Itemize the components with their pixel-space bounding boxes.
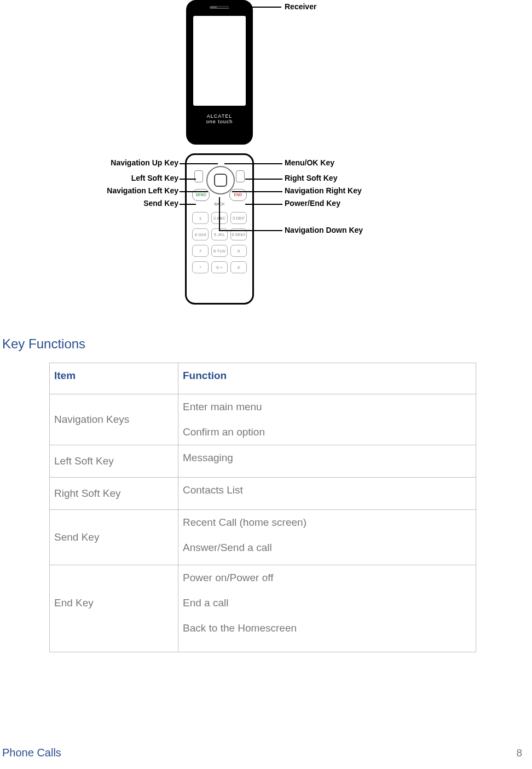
keypad-key: # — [230, 261, 247, 273]
callout-line — [245, 204, 282, 205]
callout-line — [219, 197, 220, 230]
table-header-function: Function — [178, 363, 476, 394]
table-row: Navigation Keys Enter main menu Confirm … — [50, 394, 476, 445]
callout-line — [180, 204, 196, 205]
callout-line — [180, 179, 196, 180]
function-line: End a call — [183, 596, 471, 610]
table-header-item: Item — [50, 363, 178, 394]
callout-line — [232, 191, 282, 192]
table-cell-function: Messaging — [178, 445, 476, 478]
callout-receiver: Receiver — [285, 2, 316, 11]
phone-brand: ALCATEL one touch — [188, 113, 251, 124]
document-page: ALCATEL one touch SEND END BACK 1 2 ABC … — [0, 0, 532, 769]
function-line: Enter main menu — [183, 400, 471, 414]
function-line: Messaging — [183, 451, 471, 472]
table-cell-function: Power on/Power off End a call Back to th… — [178, 565, 476, 652]
callout-nav-right: Navigation Right Key — [285, 186, 362, 195]
callout-line — [217, 7, 281, 8]
brand-line-2: one touch — [188, 119, 251, 124]
table-row: End Key Power on/Power off End a call Ba… — [50, 565, 476, 652]
footer-page-number: 8 — [516, 747, 522, 759]
keypad-key: 8 TUV — [211, 245, 228, 257]
table-cell-function: Contacts List — [178, 478, 476, 510]
table-header-row: Item Function — [50, 363, 476, 394]
callout-line — [180, 191, 208, 192]
keypad-key: 4 GHI — [192, 228, 209, 240]
function-line: Answer/Send a call — [183, 541, 471, 559]
table-cell-item: Left Soft Key — [50, 445, 178, 478]
keypad-key: 9 WXYZ — [230, 245, 247, 257]
callout-nav-up: Navigation Up Key — [96, 158, 178, 167]
callout-menu-ok: Menu/OK Key — [285, 158, 334, 167]
keypad-key: 1 — [192, 212, 209, 224]
section-heading: Key Functions — [2, 336, 85, 352]
key-functions-table: Item Function Navigation Keys Enter main… — [49, 363, 476, 652]
table-cell-function: Recent Call (home screen) Answer/Send a … — [178, 510, 476, 565]
table-row: Send Key Recent Call (home screen) Answe… — [50, 510, 476, 565]
footer-section-name: Phone Calls — [2, 747, 61, 759]
function-line: Recent Call (home screen) — [183, 515, 471, 530]
phone-screen — [193, 16, 246, 106]
callout-left-soft: Left Soft Key — [96, 174, 178, 182]
ok-button-icon — [214, 174, 227, 187]
function-line: Back to the Homescreen — [183, 621, 471, 635]
table-cell-function: Enter main menu Confirm an option — [178, 394, 476, 445]
function-line: Confirm an option — [183, 425, 471, 439]
right-soft-key-icon — [236, 170, 245, 182]
left-soft-key-icon — [194, 170, 203, 182]
callout-power-end: Power/End Key — [285, 199, 340, 208]
table-cell-item: Right Soft Key — [50, 478, 178, 510]
keypad-key: * — [192, 261, 209, 273]
function-line: Power on/Power off — [183, 571, 471, 585]
callout-right-soft: Right Soft Key — [285, 174, 337, 182]
phone-diagram: ALCATEL one touch SEND END BACK 1 2 ABC … — [0, 0, 532, 329]
function-line: Contacts List — [183, 483, 471, 504]
keypad-key: 7 PQRS — [192, 245, 209, 257]
callout-nav-left: Navigation Left Key — [96, 186, 178, 195]
table-row: Right Soft Key Contacts List — [50, 478, 476, 510]
table-cell-item: End Key — [50, 565, 178, 652]
callout-line — [180, 163, 218, 164]
phone-upper-half: ALCATEL one touch — [186, 0, 253, 145]
table-cell-item: Navigation Keys — [50, 394, 178, 445]
brand-line-1: ALCATEL — [188, 113, 251, 119]
callout-line — [224, 163, 282, 164]
keypad-key: 3 DEF — [230, 212, 247, 224]
callout-nav-down: Navigation Down Key — [285, 226, 363, 234]
callout-line — [219, 230, 282, 231]
callout-line — [245, 179, 282, 180]
callout-send: Send Key — [96, 199, 178, 208]
table-cell-item: Send Key — [50, 510, 178, 565]
table-row: Left Soft Key Messaging — [50, 445, 476, 478]
keypad-key: 0 + — [211, 261, 228, 273]
